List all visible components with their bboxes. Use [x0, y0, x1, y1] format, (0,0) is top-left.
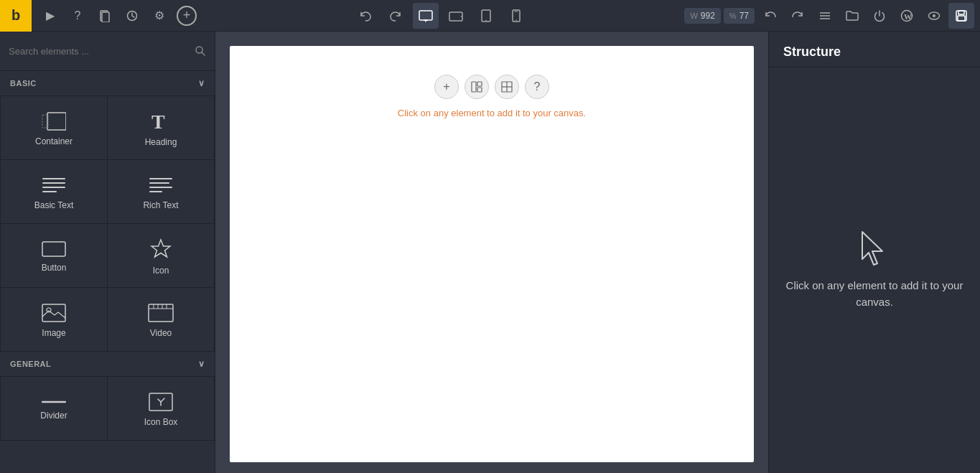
svg-rect-21 [958, 11, 964, 14]
preview-button[interactable] [921, 3, 947, 29]
video-icon [148, 304, 174, 322]
help-button[interactable]: ? [65, 3, 90, 29]
svg-point-11 [515, 19, 517, 21]
element-button[interactable]: Button [1, 224, 107, 287]
width-label: W [690, 11, 697, 20]
canvas-layout-button[interactable] [465, 75, 489, 99]
container-icon [42, 112, 66, 131]
icon-star-icon [150, 238, 172, 260]
element-heading[interactable]: T Heading [108, 96, 214, 159]
icon-label: Icon [153, 266, 169, 276]
svg-rect-40 [149, 304, 173, 322]
svg-point-7 [460, 16, 462, 17]
basic-text-icon [42, 176, 66, 195]
toolbar-right-icons: W [757, 3, 974, 29]
redo-button[interactable] [383, 3, 409, 29]
element-image[interactable]: Image [1, 288, 107, 351]
basic-section-header[interactable]: BASIC ∨ [0, 71, 215, 95]
canvas-help-button[interactable]: ? [525, 75, 549, 99]
svg-marker-37 [151, 240, 170, 257]
toolbar-center [202, 3, 678, 29]
pages-button[interactable] [92, 3, 118, 29]
undo-button[interactable] [353, 3, 378, 29]
right-panel-title: Structure [769, 32, 980, 67]
basic-text-label: Basic Text [34, 200, 73, 210]
svg-line-24 [202, 52, 205, 55]
image-label: Image [42, 328, 65, 338]
basic-elements-grid: Container T Heading [0, 95, 215, 352]
toolbar-right: W 992 % 77 W [678, 3, 980, 29]
hamburger-button[interactable] [812, 3, 838, 29]
canvas-frame: + ? Click on any element to add it to yo… [230, 46, 754, 462]
svg-rect-3 [419, 11, 432, 20]
canvas-area: + ? Click on any element to add it to yo… [215, 32, 768, 473]
element-icon[interactable]: Icon [108, 224, 214, 287]
settings-button[interactable]: ⚙ [146, 3, 172, 29]
width-value: 992 [701, 11, 715, 21]
desktop-view-button[interactable] [413, 3, 439, 29]
element-divider[interactable]: Divider [1, 377, 107, 440]
search-icon [195, 45, 206, 57]
element-basic-text[interactable]: Basic Text [1, 160, 107, 223]
svg-rect-1 [102, 12, 109, 22]
rich-text-icon [149, 176, 173, 195]
image-icon [42, 304, 66, 322]
svg-point-9 [485, 19, 487, 21]
svg-rect-51 [477, 88, 482, 92]
svg-rect-25 [47, 113, 66, 130]
divider-icon [42, 399, 66, 405]
element-icon-box[interactable]: Icon Box [108, 377, 214, 440]
basic-section-chevron: ∨ [198, 78, 205, 88]
svg-rect-50 [477, 82, 482, 86]
general-elements-grid: Divider Icon Box [0, 376, 215, 441]
video-label: Video [150, 328, 172, 338]
search-input[interactable] [9, 46, 195, 57]
wordpress-button[interactable]: W [894, 3, 920, 29]
right-panel-hint: Click on any element to add it to your c… [783, 278, 966, 310]
divider-label: Divider [40, 411, 67, 421]
zoom-stat: % 77 [724, 8, 755, 24]
undo2-button[interactable] [757, 3, 783, 29]
right-panel: Structure Click on any element to add it… [768, 32, 980, 473]
svg-rect-49 [472, 82, 476, 92]
mobile-view-button[interactable] [503, 3, 529, 29]
power-button[interactable] [867, 3, 892, 29]
element-container[interactable]: Container [1, 96, 107, 159]
redo2-button[interactable] [785, 3, 811, 29]
toolbar-left-actions: ▶ ? ⚙ + [32, 3, 202, 29]
width-stat: W 992 [684, 8, 720, 24]
svg-point-19 [933, 14, 935, 17]
save-button[interactable] [948, 3, 974, 29]
canvas-grid-button[interactable] [495, 75, 519, 99]
element-rich-text[interactable]: Rich Text [108, 160, 214, 223]
add-element-button[interactable]: + [177, 6, 197, 26]
icon-box-icon [149, 393, 173, 411]
zoom-label: % [729, 11, 737, 20]
right-panel-content: Click on any element to add it to your c… [769, 67, 980, 473]
canvas-add-button[interactable]: + [434, 75, 459, 99]
play-button[interactable]: ▶ [37, 3, 63, 29]
heading-label: Heading [145, 137, 177, 147]
button-icon [42, 241, 66, 257]
svg-rect-36 [42, 242, 65, 256]
heading-icon: T [150, 111, 172, 131]
svg-rect-22 [958, 16, 965, 21]
main-area: BASIC ∨ Container T [0, 32, 980, 473]
basic-section-label: BASIC [10, 79, 37, 88]
cursor-icon [857, 230, 892, 266]
container-label: Container [35, 136, 73, 146]
element-video[interactable]: Video [108, 288, 214, 351]
search-bar [0, 32, 215, 71]
tablet-landscape-button[interactable] [443, 3, 469, 29]
general-section-label: GENERAL [10, 360, 51, 368]
tablet-portrait-button[interactable] [473, 3, 499, 29]
icon-box-label: Icon Box [144, 417, 178, 427]
folder-button[interactable] [839, 3, 865, 29]
svg-text:T: T [151, 111, 165, 131]
canvas-toolbar: + ? [434, 75, 549, 99]
general-section-header[interactable]: GENERAL ∨ [0, 352, 215, 376]
zoom-value: 77 [739, 11, 749, 21]
elements-sidebar: BASIC ∨ Container T [0, 32, 215, 473]
brand-logo[interactable]: b [0, 0, 32, 32]
history-button[interactable] [119, 3, 145, 29]
